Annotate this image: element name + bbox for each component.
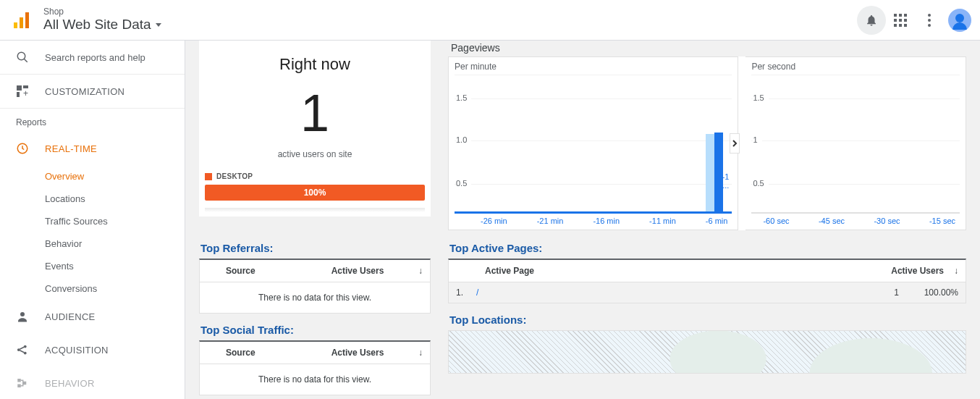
pageviews-panel: Pageviews Per minute 1.5 1.0 0.5 -1...: [448, 41, 966, 230]
notifications-button[interactable]: [857, 6, 886, 35]
nav-acquisition[interactable]: ACQUISITION: [0, 333, 185, 366]
top-social-title: Top Social Traffic:: [199, 314, 431, 340]
content-area: Right now 1 active users on site DESKTOP…: [185, 41, 980, 399]
svg-rect-5: [17, 85, 22, 91]
realtime-subnav: Overview Locations Traffic Sources Behav…: [0, 165, 185, 300]
apps-grid-icon: [894, 14, 907, 27]
nav-behavior[interactable]: BEHAVIOR: [0, 366, 185, 399]
search-icon: [16, 51, 29, 64]
subnav-locations[interactable]: Locations: [45, 188, 185, 210]
view-name: All Web Site Data: [43, 17, 151, 33]
no-data: There is no data for this view.: [200, 282, 430, 313]
svg-text:+: +: [23, 88, 28, 97]
active-users-count: 1: [199, 87, 431, 139]
desktop-color-swatch: [205, 173, 212, 180]
device-label: DESKTOP: [216, 172, 253, 180]
active-users-label: active users on site: [199, 149, 431, 159]
account-avatar[interactable]: [948, 9, 971, 32]
account-name: Shop: [43, 7, 161, 17]
map-icon: [448, 330, 966, 374]
top-referrals-table: Source Active Users ↓ There is no data f…: [199, 259, 431, 314]
x-axis-sec: -60 sec -45 sec -30 sec -15 sec: [751, 217, 960, 225]
nav-realtime[interactable]: REAL-TIME: [0, 132, 185, 165]
top-referrals-title: Top Referrals:: [199, 232, 431, 259]
nav-audience[interactable]: AUDIENCE: [0, 300, 185, 333]
reports-label: Reports: [0, 109, 185, 132]
svg-point-11: [20, 312, 25, 316]
sort-arrow-icon[interactable]: ↓: [408, 348, 423, 358]
top-social-table: Source Active Users ↓ There is no data f…: [199, 340, 431, 395]
chevron-right-icon: [732, 140, 738, 147]
more-vert-icon: [928, 14, 931, 27]
subnav-events[interactable]: Events: [45, 255, 185, 277]
x-axis-min: -26 min -21 min -16 min -11 min -6 min: [455, 217, 732, 225]
table-row[interactable]: 1. / 1 100.00%: [449, 282, 966, 303]
neg1-label: -1...: [722, 172, 730, 190]
chart-expand-button[interactable]: [730, 133, 740, 154]
subnav-overview[interactable]: Overview: [45, 165, 185, 188]
pageviews-title: Pageviews: [448, 41, 966, 56]
caret-down-icon: [156, 23, 161, 27]
top-active-pages-table: Active Page Active Users ↓ 1. / 1 100.00…: [448, 259, 966, 303]
svg-rect-15: [17, 379, 21, 382]
subnav-behavior[interactable]: Behavior: [45, 232, 185, 255]
svg-rect-7: [17, 92, 20, 97]
svg-rect-2: [25, 12, 29, 28]
right-now-title: Right now: [199, 41, 431, 74]
sort-arrow-icon[interactable]: ↓: [408, 266, 423, 276]
svg-line-4: [24, 59, 28, 62]
per-second-chart: Per second 1.5 1 0.5 -60 sec -45 sec -30…: [745, 56, 966, 230]
right-now-panel: Right now 1 active users on site DESKTOP…: [199, 41, 431, 217]
search-placeholder: Search reports and help: [45, 52, 145, 63]
top-locations-title: Top Locations:: [448, 303, 966, 330]
clock-icon: [16, 142, 29, 155]
search-input[interactable]: Search reports and help: [0, 41, 185, 75]
dashboard-icon: +: [16, 85, 29, 98]
page-link[interactable]: /: [476, 287, 871, 298]
svg-rect-0: [14, 22, 17, 28]
app-header: Shop All Web Site Data: [0, 0, 980, 41]
more-button[interactable]: [915, 6, 944, 35]
locations-map[interactable]: [448, 330, 966, 374]
person-icon: [16, 310, 29, 323]
subnav-conversions[interactable]: Conversions: [45, 277, 185, 300]
nav-customization[interactable]: + CUSTOMIZATION: [0, 75, 185, 109]
apps-button[interactable]: [886, 6, 915, 35]
subnav-traffic-sources[interactable]: Traffic Sources: [45, 210, 185, 232]
behavior-icon: [16, 377, 29, 390]
sort-arrow-icon[interactable]: ↓: [944, 266, 958, 276]
svg-rect-1: [20, 17, 23, 28]
share-icon: [16, 343, 29, 356]
per-minute-chart: Per minute 1.5 1.0 0.5 -1... -26 min -2: [448, 56, 738, 230]
top-active-pages-title: Top Active Pages:: [448, 232, 966, 259]
sidebar: Search reports and help + CUSTOMIZATION …: [0, 41, 185, 399]
no-data: There is no data for this view.: [200, 364, 430, 395]
svg-point-3: [17, 52, 25, 60]
ga-logo-icon: [10, 9, 33, 32]
desktop-bar: 100%: [205, 185, 425, 201]
svg-rect-16: [17, 385, 21, 388]
view-selector[interactable]: Shop All Web Site Data: [43, 7, 161, 33]
